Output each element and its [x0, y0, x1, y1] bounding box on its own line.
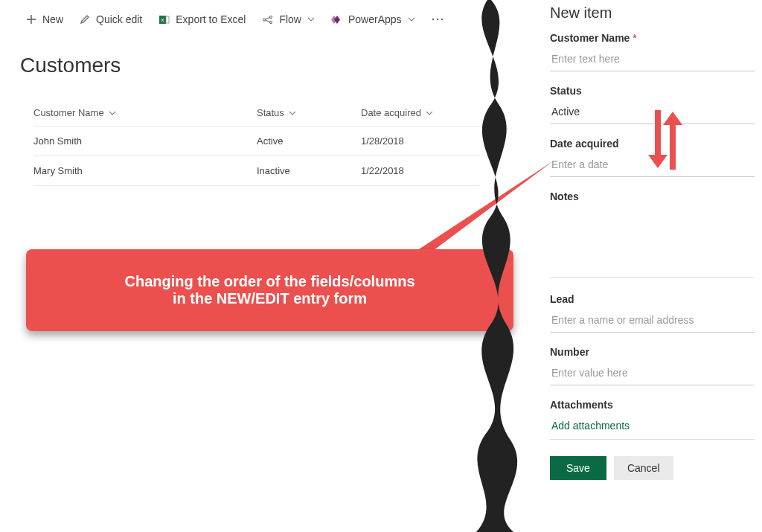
panel-title: New item: [550, 4, 755, 22]
cancel-button[interactable]: Cancel: [614, 456, 673, 480]
powerapps-label: PowerApps: [348, 13, 402, 25]
quick-edit-button[interactable]: Quick edit: [80, 13, 142, 25]
toolbar: New Quick edit x Export to Excel Flow: [19, 0, 513, 39]
new-label: New: [42, 13, 63, 25]
date-input[interactable]: [550, 154, 755, 177]
cell-name: Mary Smith: [33, 165, 257, 176]
chevron-down-icon: [289, 109, 296, 117]
quick-edit-label: Quick edit: [96, 13, 142, 25]
overflow-button[interactable]: [432, 18, 444, 21]
field-lead: Lead: [550, 293, 755, 333]
field-label: Customer Name *: [550, 32, 755, 44]
flow-label: Flow: [279, 13, 301, 25]
lead-input[interactable]: [550, 310, 755, 333]
powerapps-button[interactable]: PowerApps: [331, 13, 415, 25]
notes-label: Notes: [550, 190, 755, 202]
flow-icon: [262, 14, 273, 25]
export-excel-button[interactable]: x Export to Excel: [159, 13, 246, 25]
svg-rect-2: [166, 16, 169, 23]
attachments-label: Attachments: [550, 399, 755, 411]
flow-button[interactable]: Flow: [262, 13, 315, 25]
save-button[interactable]: Save: [550, 456, 606, 480]
field-notes: Notes: [550, 190, 755, 280]
chevron-down-icon: [408, 16, 415, 23]
column-status-label: Status: [257, 107, 284, 118]
field-status: Status Active: [550, 85, 755, 124]
svg-point-5: [270, 21, 272, 23]
chevron-down-icon: [307, 16, 315, 23]
page-title: Customers: [19, 39, 513, 100]
customer-name-label: Customer Name: [550, 32, 630, 44]
field-number: Number: [550, 346, 755, 385]
field-date-acquired: Date acquired: [550, 138, 755, 177]
number-input[interactable]: [550, 362, 755, 385]
ellipsis-icon: [432, 18, 444, 21]
export-label: Export to Excel: [176, 13, 246, 25]
annotation-callout: Changing the order of the fields/columns…: [26, 249, 513, 331]
cell-name: John Smith: [33, 135, 257, 147]
svg-marker-9: [397, 161, 554, 263]
svg-point-7: [436, 19, 438, 20]
powerapps-icon: [331, 14, 342, 25]
panel-buttons: Save Cancel: [550, 456, 755, 480]
excel-icon: x: [159, 14, 170, 25]
column-name-label: Customer Name: [33, 107, 104, 118]
chevron-down-icon: [109, 109, 116, 117]
svg-point-6: [432, 19, 433, 20]
column-header-name[interactable]: Customer Name: [33, 107, 257, 118]
status-label: Status: [550, 85, 755, 97]
pencil-icon: [80, 14, 90, 25]
plus-icon: [26, 14, 36, 25]
date-label: Date acquired: [550, 138, 755, 150]
new-button[interactable]: New: [26, 13, 63, 25]
status-value[interactable]: Active: [550, 101, 755, 124]
number-label: Number: [550, 346, 755, 358]
svg-point-8: [441, 19, 442, 20]
field-attachments: Attachments Add attachments: [550, 399, 755, 440]
svg-point-3: [263, 18, 266, 20]
add-attachments-link[interactable]: Add attachments: [550, 415, 755, 440]
required-asterisk: *: [633, 32, 636, 44]
lead-label: Lead: [550, 293, 755, 305]
customer-name-input[interactable]: [550, 48, 755, 71]
notes-input[interactable]: [550, 207, 755, 278]
callout-line2: in the NEW/EDIT entry form: [173, 290, 367, 307]
new-item-panel: New item Customer Name * Status Active D…: [546, 0, 762, 532]
svg-text:x: x: [161, 16, 164, 23]
field-customer-name: Customer Name *: [550, 32, 755, 71]
callout-line1: Changing the order of the fields/columns: [124, 273, 414, 290]
svg-point-4: [270, 16, 272, 18]
